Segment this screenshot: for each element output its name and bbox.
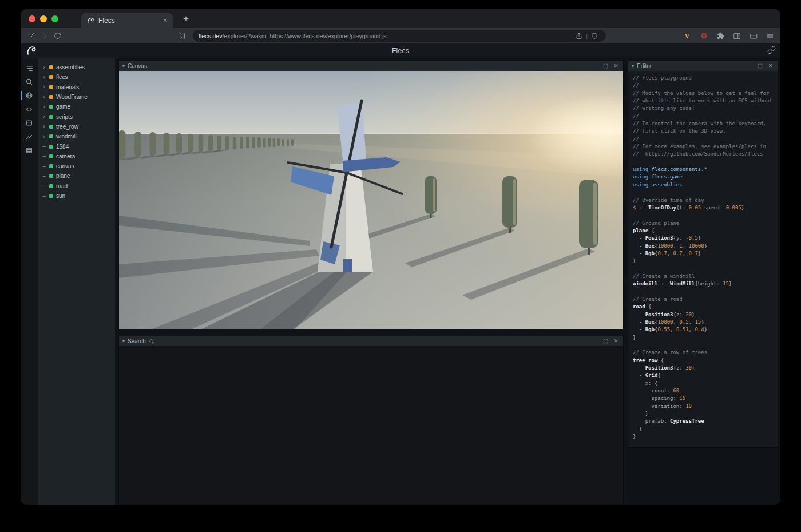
sidebar-search-button[interactable] — [23, 77, 35, 87]
extension-record-button[interactable] — [698, 30, 709, 42]
code-line: } — [633, 257, 775, 265]
flecs-logo-icon[interactable] — [26, 45, 37, 58]
bookmark-button[interactable] — [176, 30, 188, 42]
extensions-button[interactable] — [715, 30, 726, 42]
sidebar-world-button[interactable] — [23, 90, 35, 101]
address-bar[interactable]: flecs.dev/explorer/?wasm=https://www.fle… — [193, 30, 606, 42]
search-icon — [25, 78, 33, 86]
canvas-fullscreen-button[interactable] — [602, 62, 609, 70]
back-button[interactable] — [26, 30, 38, 42]
new-tab-button[interactable]: + — [180, 13, 192, 25]
code-line: tree_row { — [633, 357, 775, 364]
code-line: } — [633, 334, 775, 342]
chevron-down-icon[interactable]: ▾ — [122, 339, 125, 344]
canvas-panel: ▾ Canvas ✕ — [118, 61, 624, 329]
tree-item-materials[interactable]: ›materials — [38, 82, 115, 92]
sidebar-inspector-button[interactable] — [23, 118, 35, 128]
chevron-right-icon[interactable]: › — [42, 114, 46, 120]
tree-item-label: scripts — [56, 114, 73, 120]
chevron-right-icon[interactable]: › — [42, 124, 46, 129]
tree-item-tree_row[interactable]: ›tree_row — [38, 122, 115, 132]
entity-color-swatch — [49, 115, 53, 119]
chevron-right-icon[interactable]: › — [42, 134, 46, 140]
code-line: count: 60 — [633, 387, 775, 395]
canvas-panel-header[interactable]: ▾ Canvas ✕ — [119, 61, 623, 71]
tab-close-icon[interactable]: ✕ — [163, 18, 168, 23]
sidebar-stats-button[interactable] — [23, 132, 35, 142]
search-panel-header[interactable]: ▾ Search ✕ — [119, 336, 623, 346]
code-line — [633, 212, 775, 219]
tree-item-scripts[interactable]: ›scripts — [38, 112, 115, 121]
extension-v-button[interactable]: V — [681, 30, 693, 42]
code-line — [633, 189, 775, 196]
search-icon — [149, 339, 154, 344]
entity-tree-icon — [25, 64, 34, 73]
tree-item-1584[interactable]: –1584 — [38, 141, 115, 151]
reload-button[interactable] — [51, 30, 64, 42]
code-line: - Rgb{0.55, 0.51, 0.4} — [633, 326, 775, 334]
code-line: using assemblies — [633, 181, 775, 189]
close-window-button[interactable] — [29, 15, 35, 22]
fullscreen-icon — [758, 63, 763, 69]
chevron-right-icon[interactable]: › — [42, 74, 46, 80]
sidebar-code-button[interactable] — [23, 104, 35, 114]
code-line: x: { — [633, 380, 775, 387]
tree-item-flecs[interactable]: ›flecs — [38, 72, 115, 82]
chevron-right-icon[interactable]: › — [42, 84, 46, 90]
sidebar-entities-button[interactable] — [23, 63, 35, 73]
chevron-down-icon[interactable]: ▾ — [632, 64, 634, 69]
tree-item-WoodFrame[interactable]: ›WoodFrame — [38, 92, 115, 102]
url-path: /explorer/?wasm=https://www.flecs.dev/ex… — [222, 33, 386, 39]
entity-color-swatch — [49, 75, 53, 79]
tree-item-plane[interactable]: –plane — [38, 171, 115, 181]
forward-icon — [41, 31, 49, 40]
shields-button[interactable] — [589, 30, 600, 42]
wallet-button[interactable] — [748, 30, 759, 42]
share-button[interactable] — [573, 30, 585, 42]
browser-menu-button[interactable] — [764, 30, 776, 42]
editor-code[interactable]: // Flecs playground//// Modify the value… — [628, 71, 778, 444]
tab-favicon-flecs-logo — [86, 17, 94, 25]
reload-icon — [54, 32, 61, 39]
editor-panel-header[interactable]: ▾ Editor ✕ — [628, 61, 778, 71]
zoom-window-button[interactable] — [51, 15, 58, 22]
sidebar-toggle-button[interactable] — [731, 30, 743, 42]
chevron-down-icon[interactable]: ▾ — [122, 64, 125, 69]
entity-color-swatch — [49, 125, 53, 129]
sidebar-memory-button[interactable] — [23, 145, 35, 156]
minimize-window-button[interactable] — [40, 15, 47, 22]
code-line — [633, 342, 775, 349]
entity-color-swatch — [49, 184, 53, 188]
code-line: road { — [633, 303, 775, 311]
code-line: - Box{10000, 1, 10000} — [633, 243, 775, 250]
code-line — [633, 288, 775, 296]
tree-item-game[interactable]: ›game — [38, 102, 115, 112]
tree-item-label: canvas — [56, 163, 74, 169]
tree-item-camera[interactable]: –camera — [38, 152, 115, 161]
chevron-right-icon[interactable]: › — [42, 94, 46, 100]
entity-color-swatch — [49, 194, 53, 198]
editor-fullscreen-button[interactable] — [756, 62, 764, 70]
canvas-close-button[interactable]: ✕ — [612, 62, 620, 70]
tree-item-windmill[interactable]: ›windmill — [38, 132, 115, 141]
share-link-button[interactable] — [767, 46, 776, 57]
shield-icon — [591, 33, 598, 39]
tree-item-canvas[interactable]: –canvas — [38, 161, 115, 171]
editor-close-button[interactable]: ✕ — [767, 62, 774, 70]
code-line: // https://github.com/SanderMertens/flec… — [633, 150, 775, 158]
browser-tab-flecs[interactable]: Flecs ✕ — [81, 13, 173, 28]
search-fullscreen-button[interactable] — [602, 338, 609, 345]
tree-item-assemblies[interactable]: ›assemblies — [38, 62, 115, 72]
forward-button[interactable] — [38, 30, 51, 42]
entity-tree: ›assemblies›flecs›materials›WoodFrame›ga… — [38, 58, 115, 505]
chevron-right-icon[interactable]: › — [42, 104, 46, 110]
editor-panel-title: Editor — [637, 63, 652, 69]
chevron-right-icon[interactable]: › — [42, 65, 46, 70]
tree-item-label: road — [56, 183, 68, 189]
search-close-button[interactable]: ✕ — [612, 338, 620, 345]
toolbar-separator: | — [586, 33, 588, 39]
tree-item-sun[interactable]: –sun — [38, 191, 115, 201]
back-icon — [28, 31, 37, 40]
canvas-3d-view[interactable] — [119, 71, 623, 329]
tree-item-road[interactable]: –road — [38, 181, 115, 191]
